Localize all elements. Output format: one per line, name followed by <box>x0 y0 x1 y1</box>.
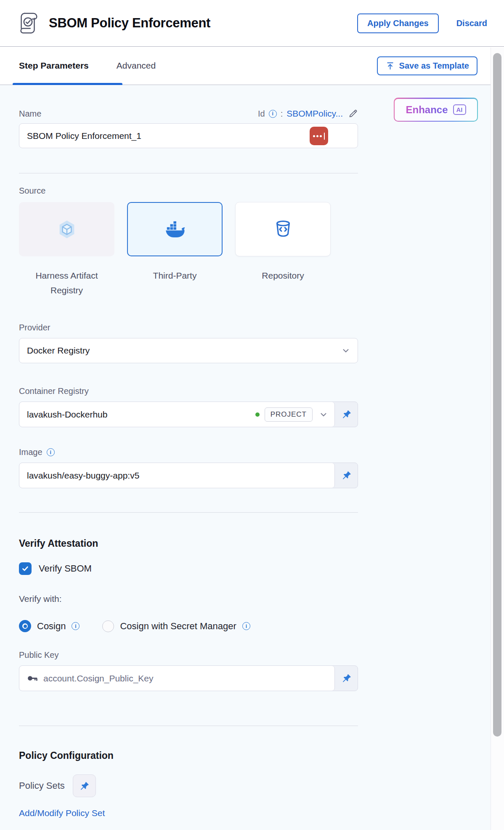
verify-sbom-checkbox-row[interactable]: Verify SBOM <box>19 562 92 575</box>
scrollbar-thumb[interactable] <box>493 53 501 737</box>
provider-value: Docker Registry <box>27 346 90 356</box>
public-key-field: account.Cosign_Public_Key <box>19 665 358 691</box>
pin-icon <box>341 409 352 420</box>
verify-attestation-heading: Verify Attestation <box>19 538 491 549</box>
source-card-repository[interactable] <box>235 202 331 256</box>
image-field: lavakush/easy-buggy-app:v5 <box>19 463 358 488</box>
repository-bucket-icon <box>273 219 293 239</box>
container-registry-field: lavakush-Dockerhub PROJECT <box>19 402 358 427</box>
verify-sbom-checkbox[interactable] <box>19 562 32 575</box>
chevron-down-icon <box>341 346 351 356</box>
radio-label: Cosign <box>37 621 66 632</box>
public-key-label: Public Key <box>19 650 491 660</box>
provider-label: Provider <box>19 323 491 333</box>
check-icon <box>21 564 29 573</box>
divider <box>19 173 358 173</box>
source-option-labels: Harness Artifact Registry Third-Party Re… <box>19 268 491 298</box>
verify-with-options: Cosign i Cosign with Secret Manager i <box>19 620 491 632</box>
divider <box>19 512 358 513</box>
public-key-input[interactable]: account.Cosign_Public_Key <box>19 666 335 691</box>
docker-whale-icon <box>165 219 185 239</box>
name-label: Name <box>19 109 41 119</box>
image-pin-button[interactable] <box>335 463 358 488</box>
image-input[interactable]: lavakush/easy-buggy-app:v5 <box>19 463 335 488</box>
divider <box>19 726 358 726</box>
chevron-down-icon[interactable] <box>318 410 329 420</box>
sbom-step-icon <box>17 11 40 36</box>
key-icon <box>27 673 38 684</box>
radio-selected[interactable] <box>19 620 31 632</box>
public-key-value: account.Cosign_Public_Key <box>43 673 329 684</box>
edit-id-icon[interactable] <box>348 109 358 119</box>
name-row: Name Id i : SBOMPolicy... <box>19 109 358 119</box>
image-label: Image <box>19 447 42 457</box>
add-modify-policy-set-link[interactable]: Add/Modify Policy Set <box>19 808 105 818</box>
image-label-row: Image i <box>19 447 491 457</box>
scope-badge: PROJECT <box>265 407 313 422</box>
radio-option-cosign-secret-manager[interactable]: Cosign with Secret Manager i <box>102 620 250 632</box>
enhance-label: Enhance <box>406 104 448 116</box>
container-registry-value: lavakush-Dockerhub <box>27 410 255 420</box>
name-input[interactable] <box>27 131 350 141</box>
policy-sets-row: Policy Sets <box>19 774 491 797</box>
password-manager-extension-icon[interactable] <box>310 127 328 145</box>
pin-icon <box>341 470 352 481</box>
pin-icon <box>79 781 90 791</box>
tab-step-parameters[interactable]: Step Parameters <box>19 61 89 71</box>
id-value: SBOMPolicy... <box>286 109 343 119</box>
container-registry-pin-button[interactable] <box>335 402 358 427</box>
page-title: SBOM Policy Enforcement <box>49 16 210 31</box>
source-option-label: Harness Artifact Registry <box>19 268 114 298</box>
image-value: lavakush/easy-buggy-app:v5 <box>27 471 329 481</box>
policy-configuration-heading: Policy Configuration <box>19 750 491 761</box>
id-prefix: Id <box>258 109 265 119</box>
header-actions: Apply Changes Discard <box>357 13 487 33</box>
radio-label: Cosign with Secret Manager <box>120 621 236 632</box>
ai-badge: AI <box>453 104 466 115</box>
policy-sets-label: Policy Sets <box>19 780 65 791</box>
connector-status-dot <box>255 412 260 417</box>
source-card-third-party[interactable] <box>127 202 223 256</box>
name-input-wrap <box>19 123 358 148</box>
sbom-step-panel: SBOM Policy Enforcement Apply Changes Di… <box>0 0 504 830</box>
apply-changes-button[interactable]: Apply Changes <box>357 13 439 33</box>
public-key-pin-button[interactable] <box>335 666 358 691</box>
image-info-icon[interactable]: i <box>47 448 55 456</box>
cosign-info-icon[interactable]: i <box>72 622 80 630</box>
scrollbar-track[interactable] <box>491 48 504 830</box>
save-template-label: Save as Template <box>399 61 469 71</box>
radio-unselected[interactable] <box>102 620 114 632</box>
radio-option-cosign[interactable]: Cosign i <box>19 620 80 632</box>
container-registry-select[interactable]: lavakush-Dockerhub PROJECT <box>19 402 335 427</box>
source-option-label: Third-Party <box>127 268 223 298</box>
source-label: Source <box>19 186 491 196</box>
source-options <box>19 202 491 256</box>
id-separator: : <box>281 109 283 119</box>
step-parameters-panel: Enhance AI Name Id i : SBOMPolicy... <box>0 85 491 830</box>
source-option-label: Repository <box>235 268 331 298</box>
id-group: Id i : SBOMPolicy... <box>258 109 358 119</box>
header: SBOM Policy Enforcement Apply Changes Di… <box>0 0 504 47</box>
save-template-icon <box>385 61 395 71</box>
provider-select[interactable]: Docker Registry <box>19 338 358 363</box>
verify-sbom-label: Verify SBOM <box>39 563 92 574</box>
tab-bar: Step Parameters Advanced Save as Templat… <box>0 47 504 85</box>
source-card-harness-artifact-registry[interactable] <box>19 202 114 256</box>
pin-icon <box>341 673 352 684</box>
cosign-secret-manager-info-icon[interactable]: i <box>242 622 250 630</box>
container-registry-label: Container Registry <box>19 386 491 396</box>
verify-with-label: Verify with: <box>19 594 491 604</box>
enhance-ai-button[interactable]: Enhance AI <box>394 98 478 122</box>
policy-sets-pin-button[interactable] <box>73 774 96 797</box>
id-info-icon[interactable]: i <box>269 110 277 118</box>
discard-button[interactable]: Discard <box>456 19 487 28</box>
tab-advanced[interactable]: Advanced <box>117 61 156 71</box>
save-as-template-button[interactable]: Save as Template <box>377 56 477 75</box>
artifact-registry-icon <box>57 219 77 239</box>
